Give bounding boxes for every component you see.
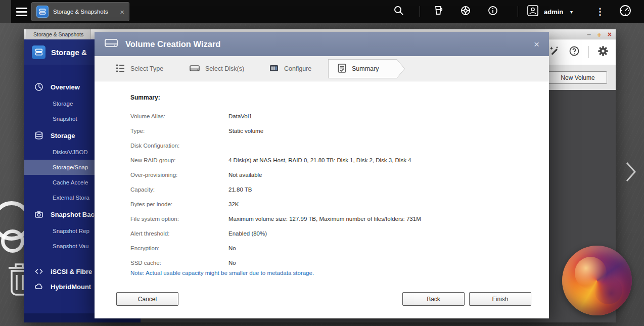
- dialog-title: Volume Creation Wizard: [125, 39, 220, 49]
- summary-row-disk-configuration: Disk Configuration:: [130, 138, 534, 153]
- help-icon[interactable]: [569, 45, 580, 59]
- window-close-icon[interactable]: ×: [608, 30, 612, 38]
- select-type-icon: [115, 63, 125, 75]
- window-minimize-icon[interactable]: –: [587, 30, 591, 38]
- topbar: Storage & Snapshots × admin ▾ ⋮: [0, 0, 644, 23]
- summary-row-file-system-option: File system option:Maximum volume size: …: [130, 211, 534, 226]
- info-icon[interactable]: [487, 5, 498, 18]
- summary-rows: Volume Alias:DataVol1 Type:Static volume…: [130, 109, 534, 270]
- storage-icon: [34, 131, 43, 140]
- app-title: Storage &: [51, 48, 87, 57]
- step-configure: Configure: [269, 56, 311, 81]
- close-icon[interactable]: ×: [534, 39, 539, 49]
- summary-row-encryption: Encryption:No: [130, 241, 534, 255]
- summary-icon: [337, 63, 347, 75]
- snapshot-backup-icon: [34, 210, 43, 219]
- summary-row-capacity: Capacity:21.80 TB: [130, 182, 534, 197]
- screen: Storage & Snapshots × admin ▾ ⋮ Storage …: [0, 0, 644, 326]
- dashboard-icon[interactable]: [619, 4, 632, 19]
- next-page-chevron-icon[interactable]: [624, 161, 638, 185]
- select-disks-icon: [189, 63, 200, 75]
- gear-icon[interactable]: [597, 45, 609, 59]
- storage-snapshots-icon: [36, 6, 49, 18]
- volume-creation-wizard-dialog: Volume Creation Wizard × Select Type Sel…: [95, 32, 549, 318]
- topbar-divider: [420, 6, 420, 17]
- more-options-icon[interactable]: ⋮: [595, 6, 605, 17]
- capacity-note: Note: Actual usable capacity might be sm…: [130, 270, 314, 276]
- wizard-steps: Select Type Select Disk(s) Configure Sum…: [95, 56, 549, 81]
- user-menu-label[interactable]: admin: [544, 8, 563, 16]
- app-tab-storage-snapshots[interactable]: Storage & Snapshots ×: [31, 2, 129, 21]
- back-button[interactable]: Back: [402, 292, 465, 306]
- hybridmount-icon: [34, 282, 43, 291]
- summary-row-bytes-per-inode: Bytes per inode:32K: [130, 197, 534, 211]
- recommended-tools-icon[interactable]: [549, 45, 560, 59]
- new-volume-button[interactable]: New Volume: [548, 71, 607, 84]
- app-tab-label: Storage & Snapshots: [53, 9, 108, 15]
- configure-icon: [269, 63, 279, 75]
- summary-row-new-raid-group: New RAID group:4 Disk(s) at NAS Host, RA…: [130, 153, 534, 167]
- summary-panel: Summary: Volume Alias:DataVol1 Type:Stat…: [95, 81, 549, 318]
- volume-icon: [104, 37, 118, 51]
- finish-button[interactable]: Finish: [469, 292, 531, 306]
- cancel-button[interactable]: Cancel: [116, 292, 178, 306]
- iscsi-icon: [34, 267, 43, 276]
- storage-snapshots-app-icon: [32, 45, 45, 59]
- window-titlebar-tab[interactable]: Storage & Snapshots: [26, 29, 91, 39]
- step-summary: Summary: [328, 59, 405, 78]
- summary-row-volume-alias: Volume Alias:DataVol1: [130, 109, 534, 123]
- background-tasks-icon[interactable]: [433, 5, 444, 18]
- toolbar-divider: [588, 46, 589, 58]
- summary-row-over-provisioning: Over-provisioning:Not available: [130, 167, 534, 182]
- overview-icon: [34, 82, 43, 91]
- topbar-divider: [518, 6, 518, 17]
- watermark-logo: [562, 246, 632, 315]
- wallpaper-circle-icon: [1, 229, 24, 253]
- external-device-icon[interactable]: [460, 5, 471, 18]
- search-icon[interactable]: [393, 5, 404, 18]
- dialog-header: Volume Creation Wizard ×: [95, 32, 549, 56]
- step-select-disks: Select Disk(s): [189, 56, 244, 81]
- summary-row-type: Type:Static volume: [130, 123, 534, 138]
- chevron-down-icon[interactable]: ▾: [570, 9, 573, 15]
- main-menu-button[interactable]: [16, 8, 27, 16]
- summary-heading: Summary:: [130, 94, 160, 101]
- tab-close-icon[interactable]: ×: [120, 8, 124, 16]
- summary-row-ssd-cache: SSD cache:No: [130, 255, 534, 270]
- topbar-corner: [0, 0, 11, 23]
- window-maximize-icon[interactable]: +: [597, 30, 602, 39]
- summary-row-alert-threshold: Alert threshold:Enabled (80%): [130, 226, 534, 241]
- user-icon[interactable]: [527, 5, 539, 19]
- step-select-type: Select Type: [115, 56, 163, 81]
